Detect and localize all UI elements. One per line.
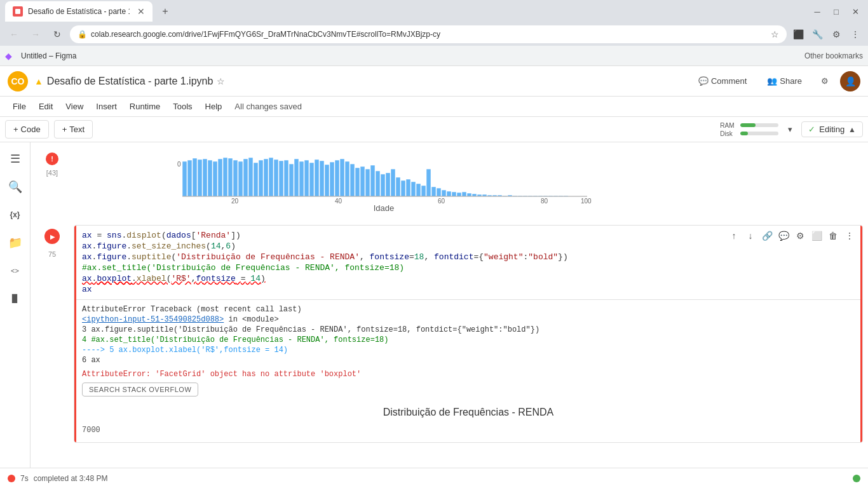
- histogram-svg: 0: [79, 155, 600, 212]
- svg-rect-5: [208, 160, 212, 196]
- svg-rect-36: [365, 169, 370, 196]
- sidebar-icon-code[interactable]: <>: [4, 259, 27, 282]
- window-minimize[interactable]: ─: [810, 4, 825, 19]
- cell-settings-btn[interactable]: ⚙: [792, 228, 808, 243]
- cell-43-output: ! [43] 0: [31, 147, 868, 220]
- svg-text:40: 40: [335, 198, 342, 205]
- window-maximize[interactable]: □: [829, 4, 844, 19]
- browser-action-1[interactable]: ⬛: [790, 27, 806, 42]
- forward-button[interactable]: →: [27, 25, 44, 43]
- title-text[interactable]: Desafio de Estatística - parte 1.ipynb: [47, 76, 213, 87]
- error-line4: 4 #ax.set_title('Distribuição de Frequên…: [82, 336, 855, 344]
- people-icon: 👥: [767, 76, 777, 86]
- address-bar[interactable]: 🔒 colab.research.google.com/drive/1FwjFF…: [70, 25, 787, 43]
- figma-bookmark[interactable]: Untitled – Figma: [17, 50, 80, 62]
- cell-75-run-btn[interactable]: [44, 229, 60, 244]
- cell-expand-btn[interactable]: ⬜: [809, 228, 824, 243]
- tab-title: Desafio de Estatística - parte 1.ip...: [28, 7, 130, 16]
- url-text: colab.research.google.com/drive/1FwjFFmQ…: [91, 30, 767, 39]
- settings-button[interactable]: ⚙: [815, 71, 835, 92]
- cell-more-btn[interactable]: ⋮: [842, 228, 857, 243]
- star-bookmark-icon[interactable]: ☆: [217, 76, 225, 86]
- new-tab-button[interactable]: +: [156, 3, 174, 20]
- svg-rect-24: [304, 160, 309, 196]
- sidebar-icon-files[interactable]: 📁: [4, 231, 27, 254]
- svg-rect-7: [218, 159, 222, 196]
- comment-label: Comment: [711, 76, 747, 86]
- expand-runtime-btn[interactable]: ▾: [783, 123, 796, 136]
- back-button[interactable]: ←: [5, 25, 23, 43]
- editing-button[interactable]: ✓ Editing ▲: [801, 121, 863, 137]
- svg-rect-3: [198, 159, 202, 196]
- tab-close-icon[interactable]: ✕: [137, 6, 145, 17]
- svg-rect-54: [457, 193, 461, 196]
- move-up-btn[interactable]: ↑: [726, 228, 742, 243]
- menu-file[interactable]: File: [8, 99, 31, 114]
- comment-button[interactable]: 💬 Comment: [691, 72, 754, 90]
- histogram-bars: [182, 158, 568, 196]
- menu-tools[interactable]: Tools: [168, 99, 197, 114]
- add-code-button[interactable]: + Code: [5, 120, 49, 139]
- other-bookmarks[interactable]: Other bookmarks: [804, 51, 863, 60]
- svg-text:100: 100: [581, 198, 592, 205]
- window-close[interactable]: ✕: [848, 4, 863, 19]
- svg-rect-55: [462, 192, 466, 196]
- status-bar: 7s completed at 3:48 PM: [0, 468, 868, 488]
- link-btn[interactable]: 🔗: [759, 228, 775, 243]
- menu-edit[interactable]: Edit: [34, 99, 58, 114]
- bookmarks-bar: ◆ Untitled – Figma Other bookmarks: [0, 46, 868, 66]
- search-so-button[interactable]: SEARCH STACK OVERFLOW: [82, 383, 198, 396]
- ipython-input-link[interactable]: <ipython-input-51-35490825d088>: [82, 315, 224, 324]
- share-label: Share: [780, 76, 802, 86]
- svg-rect-32: [345, 161, 349, 196]
- sidebar-icon-menu[interactable]: ☰: [4, 147, 27, 170]
- cell-75-body: ↑ ↓ 🔗 💬 ⚙ ⬜ 🗑 ⋮ ax = sns.displot(dados['…: [74, 225, 863, 443]
- svg-rect-29: [330, 162, 334, 196]
- notebook-content: ! [43] 0: [31, 142, 868, 468]
- svg-text:20: 20: [231, 198, 239, 205]
- share-button[interactable]: 👥 Share: [759, 72, 810, 90]
- sidebar-icon-variables[interactable]: {x}: [4, 203, 27, 226]
- active-tab[interactable]: Desafio de Estatística - parte 1.ip... ✕: [5, 1, 153, 22]
- ram-row: RAM: [720, 122, 778, 129]
- menu-insert[interactable]: Insert: [91, 99, 122, 114]
- sidebar-icon-search[interactable]: 🔍: [4, 175, 27, 198]
- check-icon: ✓: [808, 125, 815, 134]
- move-down-btn[interactable]: ↓: [743, 228, 758, 243]
- browser-action-2[interactable]: 🔧: [810, 27, 825, 42]
- code-line-4: #ax.set_title('Distribuição de Frequênci…: [82, 263, 855, 273]
- histogram-chart: 0: [74, 150, 863, 217]
- star-icon[interactable]: ☆: [771, 29, 779, 39]
- comment-cell-btn[interactable]: 💬: [776, 228, 791, 243]
- svg-rect-19: [279, 161, 283, 196]
- svg-rect-37: [370, 165, 375, 196]
- svg-rect-43: [401, 180, 405, 196]
- svg-rect-10: [233, 160, 238, 196]
- browser-action-3[interactable]: ⚙: [829, 27, 844, 42]
- svg-rect-41: [391, 169, 395, 196]
- svg-rect-33: [350, 164, 355, 196]
- error-line5: ----> 5 ax.boxplot.xlabel('R$',fontsize …: [82, 346, 855, 355]
- plot-title: Distribuição de Frequências - RENDA: [82, 407, 855, 418]
- svg-rect-23: [299, 161, 304, 196]
- disk-bar: [740, 132, 778, 135]
- figma-bookmark-icon: ◆: [5, 51, 12, 61]
- cell-43-number: [43]: [46, 169, 58, 177]
- avatar[interactable]: 👤: [840, 71, 860, 92]
- y-value: 7000: [82, 426, 100, 435]
- svg-rect-21: [289, 164, 294, 196]
- browser-menu[interactable]: ⋮: [848, 27, 863, 42]
- reload-button[interactable]: ↻: [48, 25, 66, 43]
- address-bar-row: ← → ↻ 🔒 colab.research.google.com/drive/…: [0, 23, 868, 46]
- tab-bar: Desafio de Estatística - parte 1.ip... ✕…: [0, 0, 868, 23]
- menu-view[interactable]: View: [60, 99, 88, 114]
- cell-delete-btn[interactable]: 🗑: [825, 228, 841, 243]
- add-text-button[interactable]: + Text: [54, 120, 93, 139]
- sidebar-icon-terminal[interactable]: ▉: [4, 287, 27, 310]
- ram-label: RAM: [720, 122, 738, 129]
- menu-help[interactable]: Help: [200, 99, 227, 114]
- svg-rect-22: [294, 159, 299, 196]
- header-actions: 💬 Comment 👥 Share ⚙ 👤: [691, 71, 860, 92]
- menu-runtime[interactable]: Runtime: [125, 99, 165, 114]
- error-dot: [8, 475, 15, 482]
